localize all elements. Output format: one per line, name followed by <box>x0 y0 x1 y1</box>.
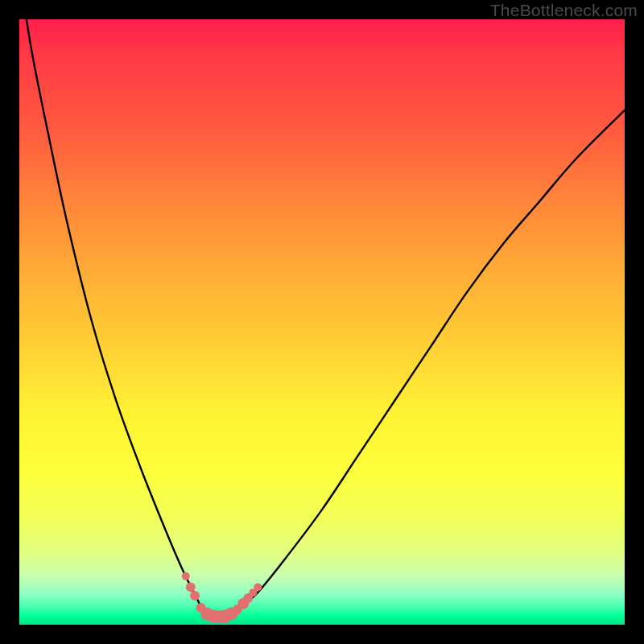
data-marker <box>186 582 196 592</box>
curve-layer <box>19 19 625 617</box>
data-marker <box>190 591 200 601</box>
marker-layer <box>182 572 262 623</box>
plot-area <box>19 19 625 625</box>
chart-frame: TheBottleneck.com <box>0 0 644 644</box>
data-marker <box>254 583 262 591</box>
bottleneck-curve-path <box>19 19 625 617</box>
data-marker <box>182 572 190 580</box>
watermark-text: TheBottleneck.com <box>490 1 638 20</box>
chart-svg <box>19 19 625 625</box>
